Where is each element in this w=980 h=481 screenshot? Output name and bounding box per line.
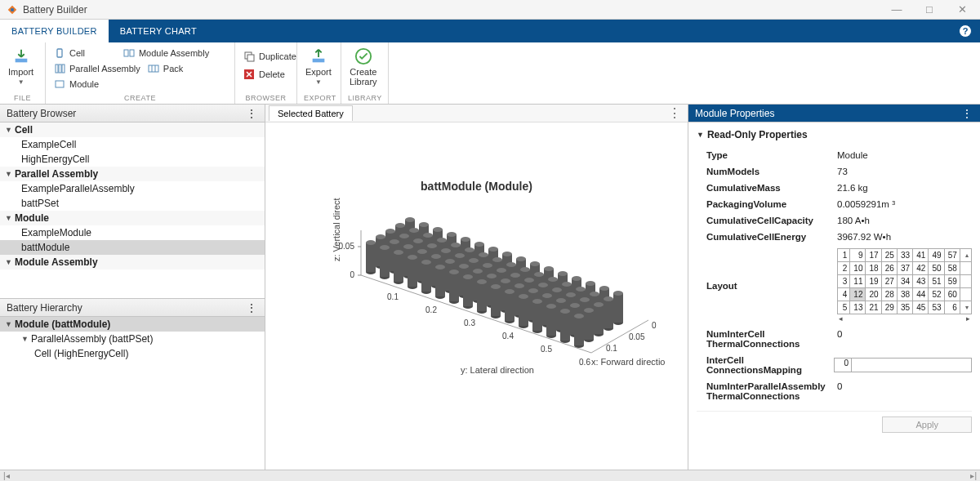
svg-rect-0	[11, 8, 14, 11]
delete-button[interactable]: Delete	[242, 67, 287, 82]
tab-selected-battery[interactable]: Selected Battery	[269, 105, 353, 121]
hierarchy-root[interactable]: ▼Module (battModule)	[0, 317, 265, 332]
layout-cell[interactable]: 45	[913, 301, 929, 314]
layout-cell[interactable]: 35	[897, 301, 912, 314]
panel-menu-button[interactable]: ⋮	[662, 105, 688, 121]
chart-viewport[interactable]: battModule (Module) 00.05 0.10.20.30.40.…	[265, 122, 688, 470]
browser-section-module[interactable]: ▼Module	[0, 211, 265, 225]
scroll-right-handle[interactable]: ▸|	[970, 471, 977, 480]
layout-cell[interactable]: 41	[913, 249, 929, 262]
scroll-left-handle[interactable]: |◂	[3, 471, 10, 480]
layout-cell[interactable]: 33	[897, 249, 912, 262]
layout-cell[interactable]: 34	[897, 275, 912, 288]
layout-grid[interactable]: 19172533414957▴2101826374250583111927344…	[837, 248, 972, 314]
help-button[interactable]: ?	[951, 20, 980, 42]
layout-cell[interactable]: 51	[929, 275, 944, 288]
properties-panel[interactable]: ▼Read-Only Properties TypeModule NumMode…	[688, 122, 980, 470]
apply-button[interactable]: Apply	[882, 416, 972, 433]
layout-cell[interactable]: 21	[866, 301, 881, 314]
svg-point-71	[572, 276, 581, 281]
create-library-button[interactable]: Create Library	[348, 44, 379, 90]
create-module-button[interactable]: Module	[52, 77, 100, 91]
intercell-mapping-input[interactable]	[852, 358, 972, 372]
battery-browser-header: Battery Browser⋮	[0, 105, 265, 122]
layout-cell[interactable]: 52	[929, 288, 944, 301]
browser-item[interactable]: ExampleModule	[0, 225, 265, 240]
window-title: Battery Builder	[23, 4, 885, 16]
svg-point-38	[419, 222, 429, 227]
layout-cell[interactable]: 6	[944, 301, 960, 314]
layout-cell[interactable]: 58	[944, 262, 960, 275]
battery-hierarchy-tree[interactable]: ▼Module (battModule) ▼ParallelAssembly (…	[0, 317, 265, 470]
browser-section-cell[interactable]: ▼Cell	[0, 122, 265, 137]
svg-rect-1	[15, 59, 27, 63]
layout-cell[interactable]: 26	[881, 262, 897, 275]
panel-menu-button[interactable]: ⋮	[246, 301, 258, 314]
browser-item-selected[interactable]: battModule	[0, 240, 265, 255]
window-close-button[interactable]: ✕	[951, 3, 973, 16]
layout-cell[interactable]: 27	[881, 275, 897, 288]
tab-battery-chart[interactable]: BATTERY CHART	[109, 20, 208, 42]
layout-cell[interactable]: 53	[929, 301, 944, 314]
window-minimize-button[interactable]: —	[885, 3, 908, 16]
layout-cell[interactable]: 49	[929, 249, 944, 262]
svg-point-215	[542, 293, 552, 298]
layout-cell[interactable]: 10	[850, 262, 866, 275]
hierarchy-item[interactable]: Cell (HighEnergyCell)	[0, 346, 265, 361]
layout-cell[interactable]: 11	[850, 275, 866, 288]
svg-rect-253	[491, 287, 501, 316]
layout-cell[interactable]: 60	[944, 288, 960, 301]
scroll-right-icon[interactable]: ▸	[966, 314, 970, 323]
export-button[interactable]: Export ▼	[304, 44, 333, 89]
browser-item[interactable]: HighEnergyCell	[0, 152, 265, 167]
svg-point-65	[544, 266, 554, 271]
layout-cell[interactable]: 1	[838, 249, 850, 262]
export-icon	[310, 47, 327, 65]
hierarchy-item[interactable]: ▼ParallelAssembly (battPSet)	[0, 332, 265, 346]
layout-cell[interactable]: 44	[913, 288, 929, 301]
svg-point-245	[449, 269, 459, 274]
layout-cell[interactable]: 3	[838, 275, 850, 288]
scroll-left-icon[interactable]: ◂	[839, 314, 843, 323]
import-button[interactable]: Import ▼	[7, 44, 35, 89]
create-cell-button[interactable]: Cell Module Assembly	[52, 46, 211, 60]
layout-cell[interactable]: 9	[850, 249, 866, 262]
layout-cell[interactable]: 19	[866, 275, 881, 288]
battery-3d-plot[interactable]: 00.05 0.10.20.30.40.50.6 00.050.1 z: Ver…	[322, 198, 632, 361]
duplicate-button[interactable]: Duplicate	[242, 49, 298, 64]
layout-cell[interactable]: 4	[838, 288, 850, 301]
layout-cell[interactable]: 59	[944, 275, 960, 288]
layout-cell[interactable]: 57	[944, 249, 960, 262]
layout-cell[interactable]: 13	[850, 301, 866, 314]
layout-cell[interactable]: 43	[913, 275, 929, 288]
battery-browser-tree[interactable]: ▼Cell ExampleCell HighEnergyCell ▼Parall…	[0, 122, 265, 298]
layout-cell[interactable]: 2	[838, 262, 850, 275]
svg-point-149	[469, 258, 479, 263]
layout-cell[interactable]: 28	[881, 288, 897, 301]
layout-cell[interactable]: 50	[929, 262, 944, 275]
panel-menu-button[interactable]: ⋮	[246, 107, 258, 120]
browser-item[interactable]: battPSet	[0, 196, 265, 211]
layout-cell[interactable]: 12	[850, 288, 866, 301]
layout-cell[interactable]: 17	[866, 249, 881, 262]
svg-point-206	[501, 278, 510, 283]
panel-menu-button[interactable]: ⋮	[961, 107, 973, 120]
read-only-properties-section[interactable]: ▼Read-Only Properties	[697, 129, 972, 140]
browser-item[interactable]: ExampleCell	[0, 137, 265, 152]
mapping-index-cell[interactable]: 0	[834, 358, 852, 372]
layout-cell[interactable]: 25	[881, 249, 897, 262]
tab-battery-builder[interactable]: BATTERY BUILDER	[0, 20, 109, 42]
create-parallel-assembly-button[interactable]: Parallel Assembly Pack	[52, 61, 185, 76]
svg-text:0.1: 0.1	[606, 344, 617, 353]
layout-cell[interactable]: 42	[913, 262, 929, 275]
browser-section-module-assembly[interactable]: ▼Module Assembly	[0, 255, 265, 269]
browser-section-parallel-assembly[interactable]: ▼Parallel Assembly	[0, 167, 265, 181]
layout-cell[interactable]: 37	[897, 262, 912, 275]
layout-cell[interactable]: 29	[881, 301, 897, 314]
layout-cell[interactable]: 20	[866, 288, 881, 301]
browser-item[interactable]: ExampleParallelAssembly	[0, 181, 265, 196]
layout-cell[interactable]: 18	[866, 262, 881, 275]
layout-cell[interactable]: 38	[897, 288, 912, 301]
layout-cell[interactable]: 5	[838, 301, 850, 314]
window-maximize-button[interactable]: □	[918, 3, 941, 16]
